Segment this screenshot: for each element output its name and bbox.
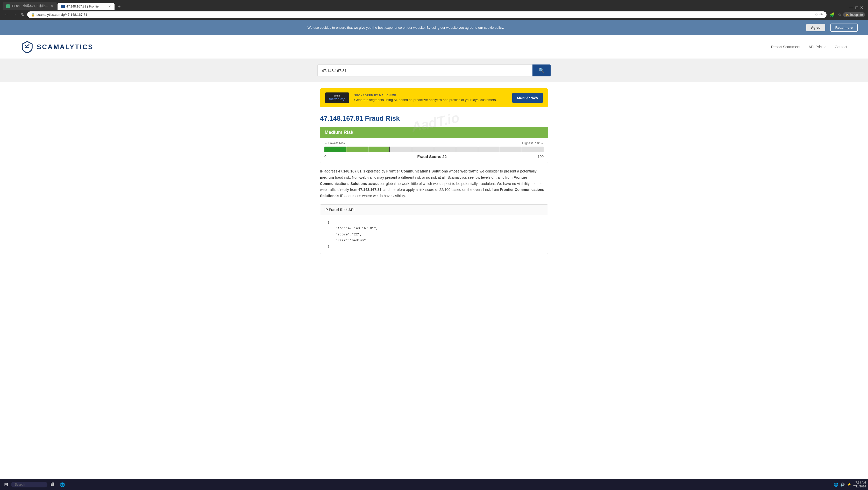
risk-seg-6	[434, 146, 456, 152]
ad-logo-top: intuit	[329, 95, 345, 97]
ad-text: SPONSORED BY MAILCHIMP Generate segments…	[354, 94, 507, 102]
agree-button[interactable]: Agree	[806, 24, 825, 31]
risk-seg-3	[368, 146, 390, 152]
incognito-badge: 🕵 Incognito	[843, 12, 865, 18]
risk-header: Medium Risk	[320, 127, 548, 138]
risk-labels: ← Lowest Risk Highest Risk →	[324, 141, 544, 145]
nav-report-scammers[interactable]: Report Scammers	[771, 45, 800, 49]
forward-btn[interactable]: →	[11, 12, 18, 18]
browser-chrome: IPLark - 查看本机IP地址 - 我的... ✕ 47.148.167.8…	[0, 0, 868, 20]
logo-icon	[21, 40, 34, 53]
score-max: 100	[538, 155, 544, 159]
ad-banner: intuit mailchimp SPONSORED BY MAILCHIMP …	[320, 88, 548, 107]
search-input[interactable]	[317, 64, 532, 76]
lowest-risk-label: ← Lowest Risk	[324, 141, 345, 145]
incognito-icon: 🕵	[845, 13, 849, 17]
ad-sponsor-label: SPONSORED BY MAILCHIMP	[354, 94, 507, 97]
ad-body: Generate segments using AI, based on pre…	[354, 98, 507, 102]
score-min: 0	[324, 155, 327, 159]
extensions-icon[interactable]: 🧩	[828, 12, 836, 18]
minimize-btn[interactable]: —	[849, 5, 853, 10]
bookmark-icon[interactable]: ☆	[838, 12, 842, 17]
back-btn[interactable]: ←	[3, 12, 10, 18]
fraud-heading: 47.148.167.81 Fraud Risk	[320, 115, 548, 123]
risk-container: Medium Risk ← Lowest Risk Highest Risk →	[320, 127, 548, 163]
api-box: IP Fraud Risk API { "ip":"47.148.167.81"…	[320, 204, 548, 254]
nav-contact[interactable]: Contact	[835, 45, 847, 49]
tab-favicon-1	[6, 4, 10, 8]
address-text[interactable]: scamalytics.com/ip/47.148.167.81	[36, 13, 813, 17]
risk-seg-1	[324, 146, 346, 152]
risk-seg-7	[456, 146, 478, 152]
logo-text: SCAMALYTICS	[37, 43, 93, 51]
risk-seg-2	[346, 146, 368, 152]
address-privacy-icon: 👁	[819, 13, 823, 17]
highest-risk-label: Highest Risk →	[522, 141, 544, 145]
search-section: 🔍	[0, 59, 868, 82]
risk-seg-9	[500, 146, 522, 152]
reload-btn[interactable]: ↻	[20, 12, 26, 18]
close-btn[interactable]: ✕	[860, 5, 863, 10]
maximize-btn[interactable]: □	[855, 5, 858, 10]
risk-seg-8	[478, 146, 500, 152]
cookie-text: We use cookies to ensure that we give yo…	[10, 26, 801, 30]
tab-1[interactable]: IPLark - 查看本机IP地址 - 我的... ✕	[3, 2, 57, 10]
risk-seg-10	[522, 146, 544, 152]
address-star-icon[interactable]: ☆	[815, 13, 818, 17]
nav-api-pricing[interactable]: API Pricing	[809, 45, 827, 49]
risk-seg-5	[412, 146, 434, 152]
search-button[interactable]: 🔍	[532, 64, 551, 76]
ad-cta-button[interactable]: SIGN UP NOW	[512, 93, 543, 103]
address-bar[interactable]: 🔒 scamalytics.com/ip/47.148.167.81 ☆ 👁	[27, 11, 827, 18]
read-more-button[interactable]: Read more	[831, 24, 858, 32]
cookie-banner: We use cookies to ensure that we give yo…	[0, 20, 868, 35]
tab-2[interactable]: 47.148.167.81 ( Frontier Comm... ✕	[58, 3, 115, 10]
site-header: SCAMALYTICS Report Scammers API Pricing …	[0, 35, 868, 59]
fraud-description: IP address 47.148.167.81 is operated by …	[320, 168, 548, 199]
tab-label-1: IPLark - 查看本机IP地址 - 我的...	[11, 4, 48, 8]
lock-icon: 🔒	[31, 13, 35, 17]
risk-bar-track	[324, 146, 544, 152]
tab-new[interactable]: +	[115, 3, 123, 10]
main-content: intuit mailchimp SPONSORED BY MAILCHIMP …	[315, 82, 553, 260]
main-nav: Report Scammers API Pricing Contact	[771, 45, 847, 49]
incognito-label: Incognito	[850, 13, 863, 17]
api-code: { "ip":"47.148.167.81", "score":"22", "r…	[320, 215, 548, 254]
ad-logo-brand: mailchimp	[329, 97, 345, 101]
tab-favicon-2	[61, 5, 65, 8]
logo[interactable]: SCAMALYTICS	[21, 40, 93, 53]
risk-seg-4	[390, 146, 412, 152]
fraud-score-label: Fraud Score: 22	[417, 154, 447, 159]
tab-label-2: 47.148.167.81 ( Frontier Comm...	[66, 5, 106, 8]
score-line: 0 Fraud Score: 22 100	[324, 154, 544, 159]
tab-close-1[interactable]: ✕	[51, 4, 53, 8]
api-box-header: IP Fraud Risk API	[320, 205, 548, 215]
risk-scale: ← Lowest Risk Highest Risk → 0 Fraud S	[320, 138, 548, 163]
ad-logo: intuit mailchimp	[325, 93, 349, 103]
tab-close-2[interactable]: ✕	[108, 5, 111, 8]
